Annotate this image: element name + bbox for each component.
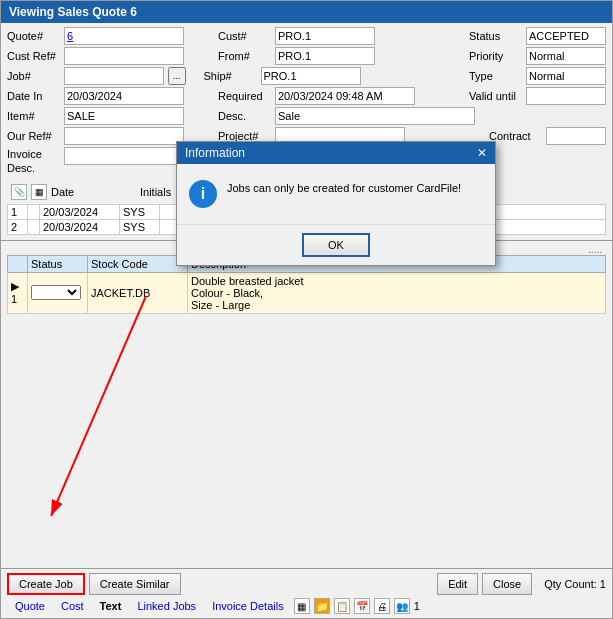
dialog-title-bar: Information ✕: [177, 142, 495, 164]
dialog-body: i Jobs can only be created for customer …: [177, 164, 495, 224]
dialog-ok-button[interactable]: OK: [302, 233, 370, 257]
dialog-footer: OK: [177, 224, 495, 265]
information-dialog: Information ✕ i Jobs can only be created…: [176, 141, 496, 266]
info-icon: i: [189, 180, 217, 208]
dialog-title-text: Information: [185, 146, 245, 160]
dialog-close-button[interactable]: ✕: [477, 146, 487, 160]
dialog-message: Jobs can only be created for customer Ca…: [227, 180, 461, 197]
dialog-overlay: Information ✕ i Jobs can only be created…: [1, 1, 612, 618]
